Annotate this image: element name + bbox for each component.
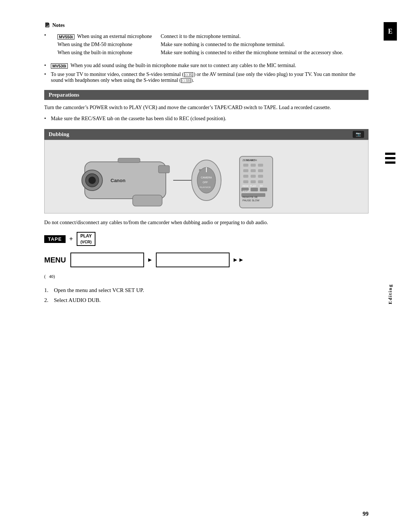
model-badge-mv530: MV530i <box>51 63 68 69</box>
table-row-builtin: When using the built-in microphone Make … <box>57 49 375 57</box>
svg-rect-20 <box>243 169 248 172</box>
cell-dm50-right: Make sure nothing is connected to the mi… <box>161 41 375 49</box>
svg-rect-4 <box>158 166 170 173</box>
svg-point-3 <box>88 177 96 184</box>
note-content-tv: To use your TV to monitor video, connect… <box>51 72 369 83</box>
svg-rect-17 <box>243 164 248 167</box>
svg-text:REW: REW <box>242 185 249 187</box>
dubbing-image-box: Canon POWER CAMERA OFF PLAY/VCR <box>44 140 369 213</box>
menu-box-1 <box>70 253 144 267</box>
page-number: 99 <box>363 511 369 517</box>
cell-builtin-text: When using the built-in microphone <box>57 49 161 57</box>
menu-section: MENU ► ►► <box>44 253 369 267</box>
svg-rect-23 <box>243 175 248 178</box>
cell-builtin-right: Make sure nothing is connected to either… <box>161 49 375 57</box>
table-row-dm50: When using the DM-50 microphone Make sur… <box>57 41 375 49</box>
note-content-mv550: MV550i When using an external microphone… <box>51 32 369 60</box>
svg-text:FF: FF <box>260 185 263 187</box>
note-content-mv530: MV530i When you add sound using the buil… <box>51 63 369 69</box>
editing-side-label: Editing <box>387 284 393 304</box>
prep-bullet-text: Make sure the REC/SAVE tab on the casset… <box>51 115 226 123</box>
editing-line-3 <box>385 161 395 164</box>
svg-rect-18 <box>251 164 256 167</box>
menu-box-2 <box>156 253 230 267</box>
notes-table-mv550: MV550i When using an external microphone… <box>57 32 375 57</box>
dubbing-section: Dubbing 📷 Canon <box>44 129 369 305</box>
svg-rect-19 <box>258 164 263 167</box>
cell-mv550-label: MV550i When using an external microphone <box>57 32 161 41</box>
svg-rect-5 <box>133 195 162 206</box>
steps-section: 1. Open the menu and select VCR SET UP. … <box>44 285 369 305</box>
menu-label: MENU <box>44 256 66 264</box>
arrow-right-2: ►► <box>233 257 244 263</box>
tab-e-label: E <box>384 22 397 41</box>
dubbing-camera-icon: 📷 <box>353 131 364 138</box>
note-item-mv550: • MV550i When using an external micropho… <box>44 32 369 60</box>
svg-text:SEARCH: SEARCH <box>246 159 257 161</box>
tape-badge: TAPE <box>44 235 66 243</box>
notes-header: 🖹 Notes <box>44 22 369 29</box>
svg-rect-22 <box>258 169 263 172</box>
preparations-header: Preparations <box>44 90 369 100</box>
svg-text:PAUSE SLOW: PAUSE SLOW <box>242 199 259 202</box>
svg-rect-24 <box>251 175 256 178</box>
notes-section: 🖹 Notes • MV550i When using an external … <box>44 22 369 83</box>
svg-text:STOP: STOP <box>242 190 249 192</box>
plus-sign: + <box>69 235 73 243</box>
cell-mv550-text: When using an external microphone <box>77 34 152 39</box>
page: E Editing 🖹 Notes • MV550i When using an… <box>0 0 398 532</box>
menu-col-2 <box>156 253 230 267</box>
prep-bullet-dot: • <box>44 115 51 123</box>
note-item-tv: • To use your TV to monitor video, conne… <box>44 72 369 83</box>
svg-rect-27 <box>251 180 256 183</box>
step-2: 2. Select AUDIO DUB. <box>44 295 369 305</box>
svg-rect-6 <box>118 158 140 163</box>
svg-rect-28 <box>258 180 263 183</box>
tape-play-row: TAPE + PLAY (VCR) <box>44 232 369 246</box>
menu-row-wrapper: MENU ► ►► ( 40) <box>44 253 369 279</box>
note-text-mv530: When you add sound using the built-in mi… <box>70 63 296 68</box>
menu-col-1 <box>70 253 144 267</box>
prep-bullet: • Make sure the REC/SAVE tab on the cass… <box>44 115 369 123</box>
ref-box-33: □ 33 <box>181 78 191 83</box>
svg-text:PLAY: PLAY <box>250 185 256 187</box>
menu-ref: ( 40) <box>44 274 369 279</box>
table-row-external-mic: MV550i When using an external microphone… <box>57 32 375 41</box>
vcr-label: (VCR) <box>80 239 92 244</box>
ref-box-35: □ 35 <box>184 72 193 77</box>
cell-mv550-right: Connect it to the microphone terminal. <box>161 32 375 41</box>
editing-line-2 <box>385 157 395 159</box>
svg-rect-30 <box>251 188 258 191</box>
preparations-body: Turn the camcorder’s POWER switch to PLA… <box>44 104 369 112</box>
svg-text:REMOTE SE: REMOTE SE <box>242 196 258 198</box>
dubbing-illustration: Canon POWER CAMERA OFF PLAY/VCR <box>74 143 339 210</box>
svg-rect-26 <box>243 180 248 183</box>
arrow-right: ► <box>147 257 153 263</box>
notes-icon: 🖹 <box>44 22 50 29</box>
editing-line-1 <box>385 153 395 155</box>
svg-text:Canon: Canon <box>111 178 126 183</box>
preparations-section: Preparations Turn the camcorder’s POWER … <box>44 90 369 123</box>
note-text-tv: To use your TV to monitor video, connect… <box>51 72 184 77</box>
dubbing-header: Dubbing 📷 <box>44 129 369 140</box>
step-1: 1. Open the menu and select VCR SET UP. <box>44 285 369 295</box>
right-tab: E Editing <box>383 22 398 304</box>
cell-dm50-text: When using the DM-50 microphone <box>57 41 161 49</box>
svg-rect-21 <box>251 169 256 172</box>
svg-text:PLAY/VCR: PLAY/VCR <box>200 186 211 188</box>
notes-header-text: Notes <box>52 22 64 28</box>
play-vcr-badge: PLAY (VCR) <box>77 232 95 246</box>
model-badge-mv550: MV550i <box>57 34 74 39</box>
svg-rect-25 <box>258 175 263 178</box>
svg-text:CAMERA: CAMERA <box>201 176 212 179</box>
note-item-mv530: • MV530i When you add sound using the bu… <box>44 63 369 69</box>
svg-text:OFF: OFF <box>203 181 208 184</box>
bullet-mv530: • <box>44 63 51 69</box>
bullet-tv: • <box>44 72 51 77</box>
note-text-tv3: ). <box>191 77 194 83</box>
dubbing-body: Do not connect/disconnect any cables to/… <box>44 219 369 227</box>
play-label: PLAY <box>80 233 92 239</box>
bullet-mv550: • <box>44 32 51 38</box>
dubbing-header-label: Dubbing <box>49 131 69 138</box>
svg-rect-31 <box>260 188 267 191</box>
